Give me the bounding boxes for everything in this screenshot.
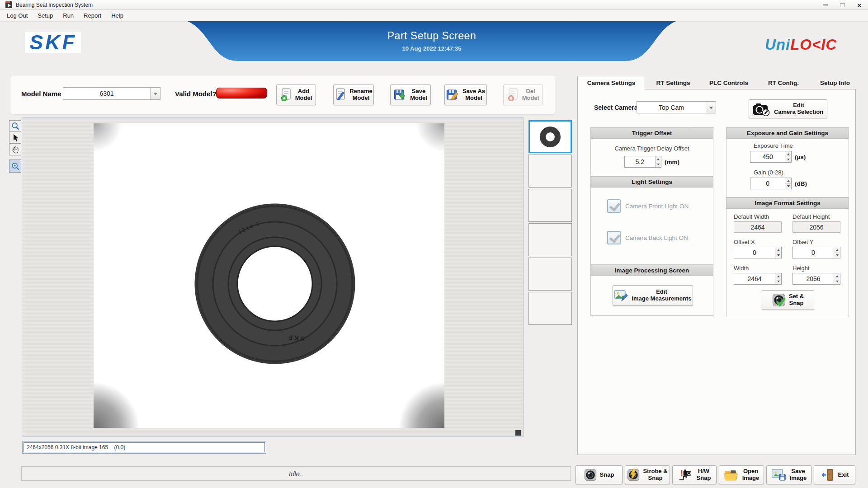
spin-down-icon[interactable] <box>785 184 791 189</box>
spinner-arrows[interactable] <box>834 273 840 284</box>
menu-run[interactable]: Run <box>58 12 79 19</box>
thumbnail-slot-4[interactable] <box>528 223 572 256</box>
spin-up-icon[interactable] <box>775 273 781 279</box>
tab-camera-settings[interactable]: Camera Settings <box>577 76 645 89</box>
offset-x-value[interactable]: 0 <box>734 249 775 256</box>
minimize-button[interactable] <box>816 0 834 10</box>
trigger-delay-value[interactable]: 5.2 <box>625 158 655 165</box>
save-as-model-button[interactable]: Save AsModel <box>444 84 487 105</box>
zoom-image-button[interactable] <box>9 160 21 173</box>
exposure-time-spinner[interactable]: 450 <box>750 151 792 163</box>
spinner-arrows[interactable] <box>785 178 791 189</box>
offset-x-spinner[interactable]: 0 <box>734 247 782 258</box>
default-width-label: Default Width <box>734 213 769 220</box>
select-camera-label: Select Camera <box>594 104 638 111</box>
model-name-dropdown[interactable]: 6301 <box>63 87 160 100</box>
camera-edit-icon <box>753 102 771 117</box>
width-value[interactable]: 2464 <box>734 275 775 282</box>
edit-camera-selection-button[interactable]: EditCamera Selection <box>749 99 827 118</box>
menu-report[interactable]: Report <box>79 12 106 19</box>
maximize-button[interactable] <box>834 0 851 10</box>
width-spinner[interactable]: 2464 <box>734 273 782 285</box>
spinner-arrows[interactable] <box>655 156 661 167</box>
zoom-tool-button[interactable] <box>9 120 21 132</box>
spin-down-icon[interactable] <box>785 157 791 163</box>
viewer-toolbar <box>9 120 21 173</box>
image-processing-group: EditImage Measurements <box>590 276 713 316</box>
spin-up-icon[interactable] <box>785 178 791 184</box>
chevron-down-icon[interactable] <box>706 102 716 113</box>
edit-image-measurements-button[interactable]: EditImage Measurements <box>613 285 693 306</box>
cursor-tool-button[interactable] <box>9 132 21 144</box>
spin-down-icon[interactable] <box>834 279 840 285</box>
image-viewer[interactable]: 1314 1 SKF <box>22 117 524 437</box>
thumbnail-slot-5[interactable] <box>528 258 572 291</box>
set-and-snap-button[interactable]: Set &Snap <box>762 290 814 310</box>
trigger-offset-header: Trigger Offset <box>590 127 713 139</box>
thumbnail-slot-1[interactable] <box>528 120 572 153</box>
thumbnail-slot-6[interactable] <box>528 292 572 325</box>
rename-model-button[interactable]: RenameModel <box>333 84 374 105</box>
valid-model-label: Valid Model? <box>175 90 217 98</box>
spinner-arrows[interactable] <box>785 151 791 162</box>
page-title: Part Setup Screen <box>188 30 676 42</box>
spin-up-icon[interactable] <box>834 247 840 253</box>
del-model-button[interactable]: DelModel <box>503 84 543 105</box>
spin-down-icon[interactable] <box>834 253 840 258</box>
thumbnail-slot-2[interactable] <box>528 155 572 188</box>
cursor-icon <box>11 133 20 142</box>
select-camera-dropdown[interactable]: Top Cam <box>637 101 716 113</box>
trigger-delay-spinner[interactable]: 5.2 <box>624 156 661 168</box>
camera-lens-icon <box>584 469 597 481</box>
offset-y-spinner[interactable]: 0 <box>793 247 840 258</box>
spin-down-icon[interactable] <box>775 253 781 258</box>
tab-rt-config[interactable]: RT Config. <box>758 76 809 89</box>
chevron-down-icon[interactable] <box>150 88 160 99</box>
exit-door-icon <box>821 469 835 481</box>
spin-up-icon[interactable] <box>656 156 661 162</box>
save-image-button[interactable]: SaveImage <box>766 465 811 484</box>
tab-rt-settings[interactable]: RT Settings <box>647 76 699 89</box>
menu-setup[interactable]: Setup <box>33 12 58 19</box>
snap-button[interactable]: Snap <box>576 465 623 484</box>
close-button[interactable]: × <box>851 0 868 10</box>
offset-y-value[interactable]: 0 <box>793 249 834 256</box>
tab-setup-info[interactable]: Setup Info <box>811 76 859 89</box>
image-processing-header: Image Processing Screen <box>590 265 713 276</box>
exposure-time-value[interactable]: 450 <box>750 153 785 160</box>
open-image-button[interactable]: OpenImage <box>719 465 764 484</box>
hw-snap-button[interactable]: H/WSnap <box>672 465 717 484</box>
height-value[interactable]: 2056 <box>793 275 834 282</box>
save-model-button[interactable]: SaveModel <box>390 84 431 105</box>
spin-down-icon[interactable] <box>656 162 661 168</box>
spin-up-icon[interactable] <box>785 151 791 157</box>
spin-up-icon[interactable] <box>834 273 840 279</box>
exit-button[interactable]: Exit <box>814 465 855 484</box>
thumbnail-slot-3[interactable] <box>528 189 572 222</box>
spinner-arrows[interactable] <box>775 273 781 284</box>
back-light-checkbox[interactable] <box>607 231 621 244</box>
add-model-button[interactable]: AddModel <box>276 84 316 105</box>
gain-value[interactable]: 0 <box>750 180 785 187</box>
height-label: Height <box>793 265 810 272</box>
model-name-value: 6301 <box>63 90 150 97</box>
gain-spinner[interactable]: 0 <box>750 178 792 189</box>
magnifier-icon <box>11 122 20 131</box>
pan-tool-button[interactable] <box>9 144 21 155</box>
tab-plc-controls[interactable]: PLC Controls <box>701 76 756 89</box>
image-status-box: 2464x2056 0.31X 8-bit image 165 (0,0) <box>22 441 266 454</box>
hardware-trigger-camera-icon <box>678 469 693 481</box>
height-spinner[interactable]: 2056 <box>793 273 840 285</box>
menu-log-out[interactable]: Log Out <box>2 12 33 19</box>
offset-x-label: Offset X <box>734 239 755 245</box>
viewer-resize-grip[interactable] <box>515 430 521 436</box>
maximize-icon <box>840 3 845 7</box>
menu-help[interactable]: Help <box>106 12 128 19</box>
spinner-arrows[interactable] <box>834 247 840 258</box>
spin-down-icon[interactable] <box>775 279 781 285</box>
spinner-arrows[interactable] <box>775 247 781 258</box>
gain-label: Gain (0-28) <box>754 169 783 176</box>
strobe-and-snap-button[interactable]: Strobe &Snap <box>625 465 670 484</box>
front-light-checkbox[interactable] <box>607 199 621 213</box>
spin-up-icon[interactable] <box>775 247 781 253</box>
